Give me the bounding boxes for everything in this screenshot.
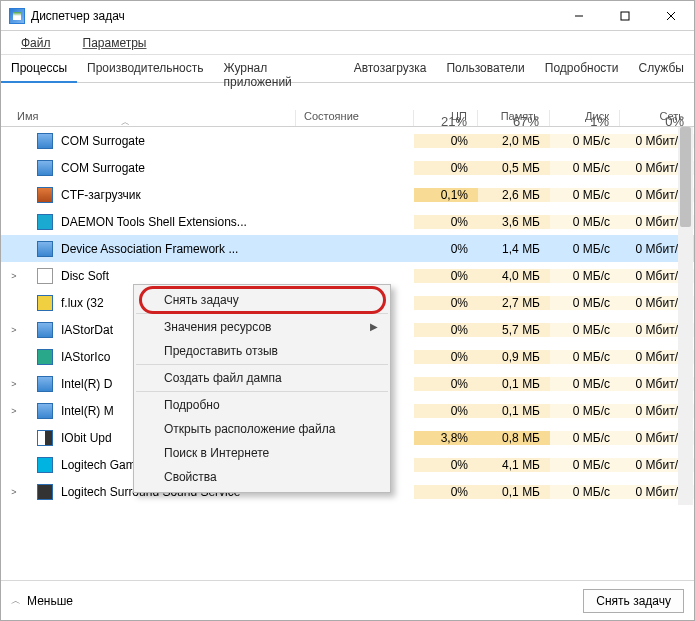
expand-icon[interactable]: > <box>7 487 21 497</box>
table-row[interactable]: Device Association Framework ...0%1,4 МБ… <box>1 235 694 262</box>
close-button[interactable] <box>648 1 694 30</box>
cell-cpu: 0% <box>414 458 478 472</box>
cell-cpu: 0% <box>414 350 478 364</box>
ctx-dump[interactable]: Создать файл дампа <box>136 366 388 392</box>
cell-mem: 0,1 МБ <box>478 404 550 418</box>
cell-name: >Disc Soft <box>1 268 296 284</box>
tab-app-history[interactable]: Журнал приложений <box>214 55 344 82</box>
cell-mem: 3,6 МБ <box>478 215 550 229</box>
menu-options[interactable]: Параметры <box>67 34 163 52</box>
menubar: Файл Параметры <box>1 31 694 55</box>
fewer-details[interactable]: ︿ Меньше <box>11 594 583 608</box>
ctx-properties[interactable]: Свойства <box>136 465 388 489</box>
maximize-button[interactable] <box>602 1 648 30</box>
table-row[interactable]: DAEMON Tools Shell Extensions...0%3,6 МБ… <box>1 208 694 235</box>
process-icon <box>37 295 53 311</box>
cell-disk: 0 МБ/с <box>550 269 620 283</box>
cell-disk: 0 МБ/с <box>550 485 620 499</box>
submenu-arrow-icon: ▶ <box>370 321 378 332</box>
tab-startup[interactable]: Автозагрузка <box>344 55 437 82</box>
end-task-button[interactable]: Снять задачу <box>583 589 684 613</box>
cell-name: DAEMON Tools Shell Extensions... <box>1 214 296 230</box>
cell-name: Device Association Framework ... <box>1 241 296 257</box>
ctx-feedback[interactable]: Предоставить отзыв <box>136 339 388 365</box>
cell-disk: 0 МБ/с <box>550 350 620 364</box>
process-icon <box>37 187 53 203</box>
cell-mem: 0,1 МБ <box>478 485 550 499</box>
cell-cpu: 0% <box>414 161 478 175</box>
window-controls <box>556 1 694 30</box>
process-icon <box>37 484 53 500</box>
cell-name: COM Surrogate <box>1 133 296 149</box>
process-name: IObit Upd <box>61 431 112 445</box>
col-mem[interactable]: 67%Память <box>478 110 550 126</box>
tab-performance[interactable]: Производительность <box>77 55 213 82</box>
cell-mem: 2,0 МБ <box>478 134 550 148</box>
ctx-end-task[interactable]: Снять задачу <box>136 288 388 314</box>
cell-cpu: 0% <box>414 377 478 391</box>
process-icon <box>37 133 53 149</box>
process-name: IAStorIco <box>61 350 110 364</box>
footer: ︿ Меньше Снять задачу <box>1 580 694 620</box>
cell-mem: 0,8 МБ <box>478 431 550 445</box>
cell-disk: 0 МБ/с <box>550 188 620 202</box>
col-disk[interactable]: 1%Диск <box>550 110 620 126</box>
cell-mem: 4,0 МБ <box>478 269 550 283</box>
cell-disk: 0 МБ/с <box>550 458 620 472</box>
cell-mem: 0,1 МБ <box>478 377 550 391</box>
cell-mem: 5,7 МБ <box>478 323 550 337</box>
cell-cpu: 0% <box>414 242 478 256</box>
expand-icon[interactable]: > <box>7 325 21 335</box>
process-icon <box>37 349 53 365</box>
process-name: COM Surrogate <box>61 134 145 148</box>
expand-icon[interactable]: > <box>7 271 21 281</box>
ctx-resource-values[interactable]: Значения ресурсов▶ <box>136 315 388 339</box>
process-name: CTF-загрузчик <box>61 188 141 202</box>
process-icon <box>37 214 53 230</box>
expand-icon[interactable]: > <box>7 406 21 416</box>
window-title: Диспетчер задач <box>31 9 556 23</box>
process-icon <box>37 403 53 419</box>
tab-users[interactable]: Пользователи <box>436 55 534 82</box>
cell-cpu: 0% <box>414 269 478 283</box>
scrollbar[interactable] <box>678 127 693 505</box>
titlebar: Диспетчер задач <box>1 1 694 31</box>
ctx-details[interactable]: Подробно <box>136 393 388 417</box>
cell-cpu: 0% <box>414 485 478 499</box>
tab-services[interactable]: Службы <box>629 55 694 82</box>
col-state[interactable]: Состояние <box>296 110 414 126</box>
cell-disk: 0 МБ/с <box>550 242 620 256</box>
cell-name: CTF-загрузчик <box>1 187 296 203</box>
tabs: Процессы Производительность Журнал прило… <box>1 55 694 83</box>
process-name: COM Surrogate <box>61 161 145 175</box>
process-icon <box>37 268 53 284</box>
col-name[interactable]: ︿ Имя <box>1 110 296 126</box>
minimize-button[interactable] <box>556 1 602 30</box>
ctx-search[interactable]: Поиск в Интернете <box>136 441 388 465</box>
menu-file[interactable]: Файл <box>5 34 67 52</box>
expand-icon[interactable]: > <box>7 379 21 389</box>
ctx-open-location[interactable]: Открыть расположение файла <box>136 417 388 441</box>
table-row[interactable]: COM Surrogate0%0,5 МБ0 МБ/с0 Мбит/с <box>1 154 694 181</box>
table-row[interactable]: COM Surrogate0%2,0 МБ0 МБ/с0 Мбит/с <box>1 127 694 154</box>
cell-cpu: 0% <box>414 296 478 310</box>
context-menu: Снять задачу Значения ресурсов▶ Предоста… <box>133 284 391 493</box>
cell-cpu: 0% <box>414 404 478 418</box>
cell-disk: 0 МБ/с <box>550 377 620 391</box>
process-name: IAStorDat <box>61 323 113 337</box>
process-icon <box>37 160 53 176</box>
cell-disk: 0 МБ/с <box>550 215 620 229</box>
col-cpu[interactable]: 21%ЦП <box>414 110 478 126</box>
cell-cpu: 0% <box>414 215 478 229</box>
cell-cpu: 0% <box>414 134 478 148</box>
table-row[interactable]: CTF-загрузчик0,1%2,6 МБ0 МБ/с0 Мбит/с <box>1 181 694 208</box>
process-icon <box>37 430 53 446</box>
tab-details[interactable]: Подробности <box>535 55 629 82</box>
tab-processes[interactable]: Процессы <box>1 55 77 82</box>
cell-disk: 0 МБ/с <box>550 431 620 445</box>
process-name: DAEMON Tools Shell Extensions... <box>61 215 247 229</box>
scrollbar-thumb[interactable] <box>680 127 691 227</box>
cell-cpu: 0% <box>414 323 478 337</box>
cell-disk: 0 МБ/с <box>550 323 620 337</box>
col-net[interactable]: 0%Сеть <box>620 110 694 126</box>
